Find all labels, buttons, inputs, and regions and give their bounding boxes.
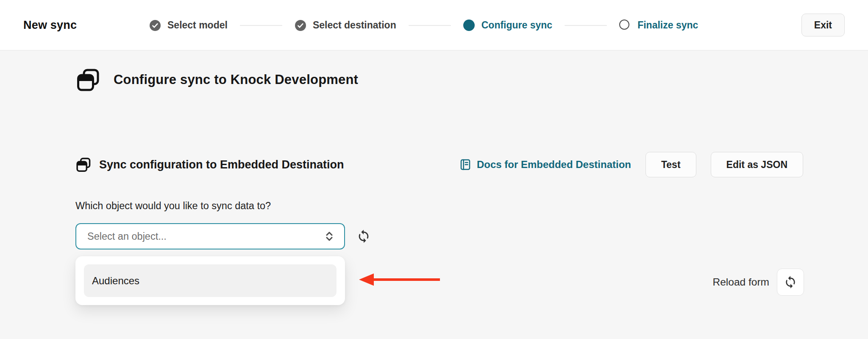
configure-sync-heading-row: Configure sync to Knock Development (75, 67, 358, 92)
edit-as-json-button[interactable]: Edit as JSON (711, 152, 803, 177)
step-connector (240, 25, 282, 26)
step-connector (565, 25, 607, 26)
step-connector (409, 25, 451, 26)
sync-stepper: Select model Select destination Configur… (149, 0, 698, 50)
step-label: Finalize sync (637, 20, 698, 31)
section-heading-group: Sync configuration to Embedded Destinati… (75, 157, 344, 173)
docs-link-label: Docs for Embedded Destination (477, 159, 631, 171)
filled-dot-icon (463, 20, 475, 31)
browser-windows-icon (75, 157, 92, 173)
object-select-placeholder: Select an object... (87, 231, 167, 242)
object-select-dropdown: Audiences (75, 256, 345, 305)
step-label: Configure sync (481, 20, 552, 31)
reload-form-button[interactable] (777, 269, 804, 296)
refresh-objects-button[interactable] (355, 228, 372, 245)
reload-form-label: Reload form (713, 276, 769, 288)
test-button[interactable]: Test (645, 152, 696, 177)
sync-icon (356, 229, 371, 244)
chevron-up-down-icon (323, 230, 336, 243)
page-heading: Configure sync to Knock Development (114, 72, 358, 87)
step-label: Select destination (313, 20, 396, 31)
sync-configuration-section-header: Sync configuration to Embedded Destinati… (75, 151, 803, 178)
object-question-label: Which object would you like to sync data… (75, 200, 271, 212)
exit-button[interactable]: Exit (801, 14, 845, 36)
wizard-header: New sync Select model Select destination… (0, 0, 868, 50)
dropdown-option-audiences[interactable]: Audiences (84, 264, 337, 297)
empty-circle-icon (619, 20, 631, 31)
section-actions: Docs for Embedded Destination Test Edit … (459, 152, 803, 177)
reload-form-group: Reload form (713, 269, 804, 296)
check-circle-icon (149, 20, 161, 31)
book-icon (459, 158, 472, 171)
step-label: Select model (167, 20, 228, 31)
section-heading: Sync configuration to Embedded Destinati… (99, 158, 344, 171)
object-select[interactable]: Select an object... (75, 223, 345, 249)
page-title: New sync (23, 19, 77, 32)
red-arrow-left-icon (358, 271, 441, 288)
step-finalize-sync[interactable]: Finalize sync (619, 20, 698, 31)
check-circle-icon (295, 20, 306, 31)
step-configure-sync[interactable]: Configure sync (463, 20, 552, 31)
step-select-destination[interactable]: Select destination (295, 20, 396, 31)
step-select-model[interactable]: Select model (149, 20, 228, 31)
sync-icon (784, 275, 797, 289)
docs-link[interactable]: Docs for Embedded Destination (459, 158, 631, 171)
browser-windows-icon (75, 67, 101, 92)
